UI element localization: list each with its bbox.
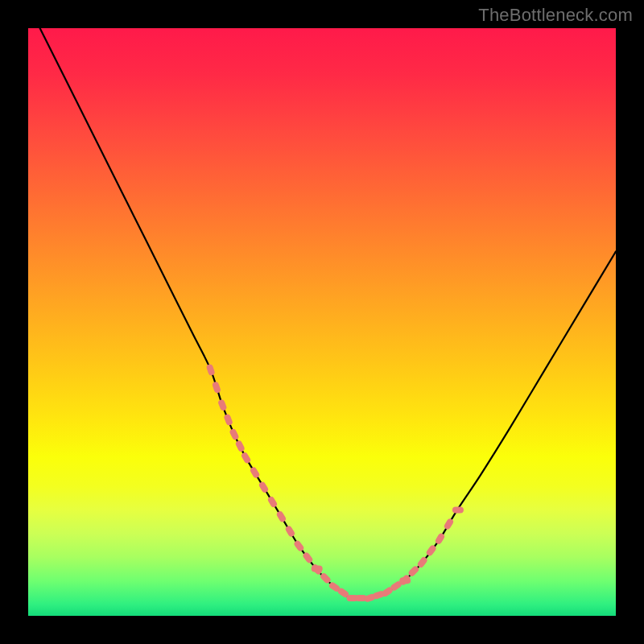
watermark-text: TheBottleneck.com [478,5,633,26]
bottleneck-curve [40,28,616,600]
highlight-pill [443,518,454,530]
highlight-pill [229,428,239,441]
highlight-pill [206,363,216,376]
highlight-pill [284,525,295,538]
highlight-pill [275,510,287,523]
highlight-pill [293,539,305,552]
highlight-pill [258,481,269,493]
chart-frame: TheBottleneck.com [0,0,644,644]
highlight-pill [250,466,261,479]
highlight-pill [223,413,233,426]
highlight-pill [212,381,221,394]
highlight-overlay [206,363,464,602]
highlight-pill [266,495,278,508]
curve-svg [28,28,616,616]
highlight-pill [235,440,246,452]
highlight-pill [452,507,464,514]
highlight-pill [217,398,228,411]
highlight-pill [241,452,252,464]
plot-area [28,28,616,616]
